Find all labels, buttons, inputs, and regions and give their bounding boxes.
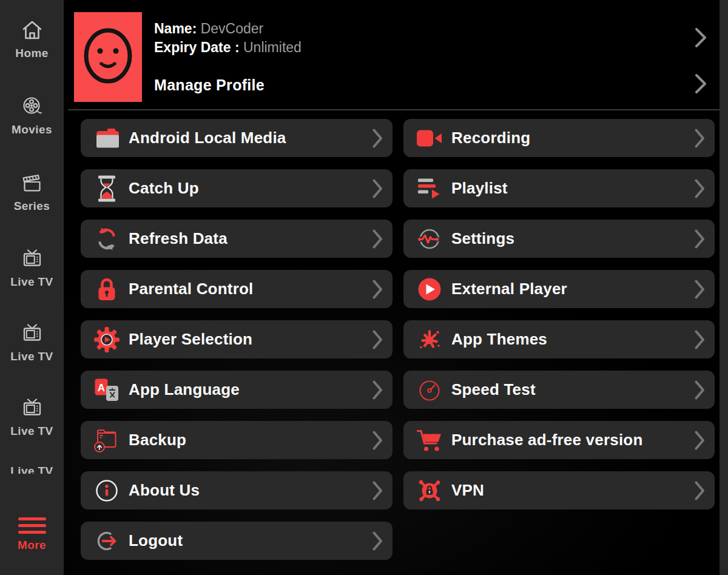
menu-item-android-local-media[interactable]: Android Local Media: [81, 119, 393, 157]
menu-item-label: App Language: [129, 380, 369, 399]
menu-item-label: Speed Test: [451, 380, 691, 399]
chevron-right-icon: [372, 481, 383, 500]
info-circle-icon: [92, 479, 121, 503]
vpn-network-lock-icon: [415, 477, 443, 505]
play-circle-icon: [415, 277, 443, 301]
film-reel-icon: [21, 96, 43, 120]
menu-item-refresh-data[interactable]: Refresh Data: [81, 220, 393, 258]
chevron-right-icon: [695, 431, 705, 450]
sidebar-item-live-tv-4-clipped[interactable]: Live TV: [0, 465, 64, 474]
sidebar-item-movies[interactable]: Movies: [0, 96, 64, 136]
tv-icon: [21, 323, 43, 347]
iptv-more-screen: Home Movies Series: [0, 0, 728, 575]
padlock-icon: [92, 277, 121, 302]
menu-item-label: Recording: [451, 129, 691, 147]
expiry-label: Expiry Date :: [154, 39, 240, 55]
menu-item-label: Settings: [451, 229, 691, 248]
menu-item-label: Android Local Media: [129, 129, 369, 147]
menu-left-column: Android Local Media Catch Up: [81, 119, 393, 560]
chevron-right-icon: [695, 280, 705, 299]
sidebar-item-live-tv-1[interactable]: Live TV: [0, 248, 64, 289]
menu-right-column: Recording Playlist: [403, 119, 715, 509]
backup-folder-upload-icon: [92, 428, 121, 453]
profile-avatar: [74, 12, 142, 102]
menu-item-label: Purchase ad-free version: [451, 431, 691, 449]
chevron-right-icon: [372, 380, 383, 400]
folder-icon: [92, 127, 121, 149]
chevron-right-icon: [372, 531, 383, 551]
menu-item-playlist[interactable]: Playlist: [403, 169, 715, 207]
chevron-right-icon: [695, 481, 705, 500]
sidebar-item-label: More: [18, 539, 46, 552]
chevron-right-icon: [695, 229, 705, 249]
video-camera-icon: [415, 129, 443, 148]
sidebar-item-series[interactable]: Series: [0, 172, 64, 213]
chevron-right-icon: [695, 380, 705, 400]
chevron-right-icon: [372, 129, 383, 148]
menu-item-purchase-ad-free[interactable]: Purchase ad-free version: [403, 421, 715, 459]
sidebar-item-label: Home: [15, 47, 48, 60]
home-icon: [21, 19, 43, 44]
chevron-right-icon[interactable]: [694, 73, 707, 96]
chevron-right-icon[interactable]: [694, 27, 707, 50]
chevron-right-icon: [372, 229, 383, 249]
right-edge-strip: [720, 0, 728, 575]
sidebar-item-home[interactable]: Home: [0, 19, 64, 60]
sidebar-item-label: Live TV: [10, 275, 53, 289]
menu-item-about-us[interactable]: About Us: [81, 471, 393, 509]
menu-item-label: Player Selection: [129, 330, 369, 349]
menu-item-label: External Player: [451, 280, 691, 298]
menu-item-logout[interactable]: Logout: [81, 522, 393, 560]
menu-item-label: About Us: [129, 481, 369, 500]
smiley-face-icon: [81, 25, 135, 89]
sidebar-item-label: Live TV: [10, 465, 53, 474]
sidebar-item-live-tv-3[interactable]: Live TV: [0, 397, 64, 438]
menu-item-label: App Themes: [451, 330, 691, 349]
menu-item-label: Parental Control: [129, 280, 369, 298]
paint-splat-icon: [415, 328, 443, 352]
clapperboard-icon: [21, 172, 43, 197]
menu-item-label: Playlist: [451, 179, 691, 198]
account-info: Name: DevCoder Expiry Date : Unlimited: [154, 19, 302, 57]
chevron-right-icon: [372, 330, 383, 349]
chevron-right-icon: [372, 280, 383, 299]
sidebar-item-live-tv-2[interactable]: Live TV: [0, 323, 64, 363]
name-value: DevCoder: [201, 21, 264, 36]
speedometer-icon: [415, 378, 443, 402]
manage-profile-link[interactable]: Manage Profile: [154, 76, 265, 94]
menu-item-player-selection[interactable]: Player Selection: [81, 320, 393, 358]
menu-item-recording[interactable]: Recording: [403, 119, 715, 157]
refresh-arrows-icon: [92, 227, 121, 251]
menu-item-label: Catch Up: [129, 179, 369, 198]
chevron-right-icon: [372, 431, 383, 450]
menu-item-app-themes[interactable]: App Themes: [403, 320, 715, 358]
menu-item-label: Backup: [129, 431, 369, 449]
menu-item-external-player[interactable]: External Player: [403, 270, 715, 308]
gear-play-icon: [92, 326, 121, 353]
chevron-right-icon: [695, 129, 705, 148]
menu-item-backup[interactable]: Backup: [81, 421, 393, 459]
shopping-cart-icon: [415, 429, 443, 452]
chevron-right-icon: [372, 179, 383, 198]
name-label: Name:: [154, 21, 197, 36]
sidebar-nav: Home Movies Series: [0, 0, 64, 575]
svg-text:A: A: [97, 382, 104, 393]
menu-item-speed-test[interactable]: Speed Test: [403, 371, 715, 409]
playlist-lines-icon: [415, 178, 443, 200]
chevron-right-icon: [695, 179, 705, 198]
menu-item-settings[interactable]: Settings: [403, 220, 715, 258]
header-divider: [68, 109, 720, 110]
hourglass-icon: [92, 175, 121, 202]
menu-item-catch-up[interactable]: Catch Up: [81, 169, 393, 207]
account-name-line: Name: DevCoder: [154, 19, 302, 38]
menu-item-app-language[interactable]: A App Language: [81, 371, 393, 409]
menu-item-label: Refresh Data: [129, 229, 369, 248]
tv-icon: [21, 397, 43, 422]
translate-icon: A: [92, 378, 121, 402]
sidebar-item-more[interactable]: More: [0, 515, 64, 552]
menu-item-label: VPN: [451, 481, 691, 500]
menu-item-parental-control[interactable]: Parental Control: [81, 270, 393, 308]
menu-item-vpn[interactable]: VPN: [403, 471, 715, 509]
pulse-circle-icon: [415, 227, 443, 251]
menu-item-label: Logout: [129, 531, 369, 550]
